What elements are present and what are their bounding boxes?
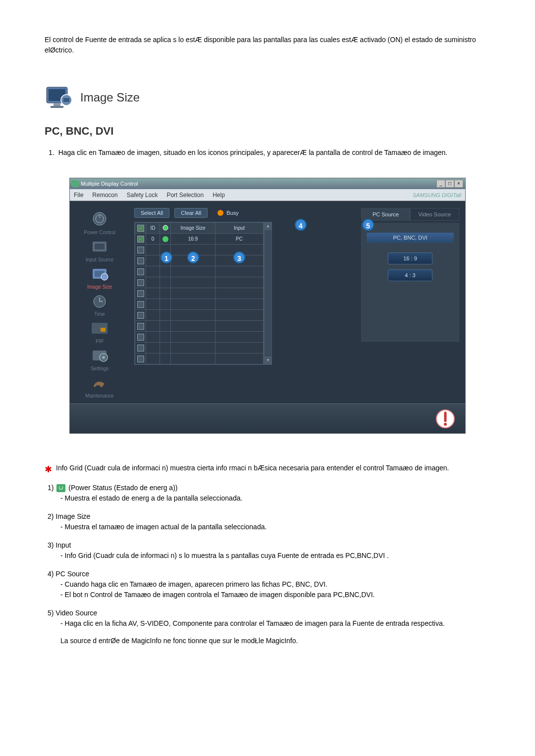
- scrollbar[interactable]: ▲ ▼: [264, 222, 272, 365]
- clear-all-button[interactable]: Clear All: [174, 208, 208, 218]
- doc-item-5: 5) Video Source - Haga clic en la ficha …: [48, 608, 490, 629]
- cell-input: PC: [215, 234, 264, 245]
- sidebar-label: Input Source: [72, 257, 127, 262]
- star-icon: ✱: [45, 463, 52, 476]
- sidebar-label: Image Size: [72, 284, 127, 290]
- item-num: 1): [48, 484, 54, 492]
- header-status: [160, 223, 171, 234]
- item-sub: - Haga clic en la ficha AV, S-VIDEO, Com…: [60, 618, 490, 629]
- power-icon: [89, 211, 110, 229]
- table-row: [135, 310, 264, 321]
- annotation-5: 5: [362, 219, 374, 231]
- sidebar-item-time[interactable]: Time: [72, 293, 127, 317]
- image-size-icon: [89, 265, 110, 283]
- item-sub: - El bot n Control de Tamaæo de imagen c…: [60, 590, 490, 600]
- cell-image-size: 16:9: [171, 234, 215, 245]
- row-checkbox[interactable]: [137, 236, 144, 243]
- doc-item-3: 3) Input - Info Grid (Cuadr cula de info…: [48, 540, 490, 561]
- ratio-4-3-button[interactable]: 4 : 3: [388, 269, 432, 281]
- menu-file[interactable]: File: [74, 192, 83, 199]
- header-id: ID: [146, 223, 160, 234]
- header-image-size: Image Size: [171, 223, 215, 234]
- menu-safety-lock[interactable]: Safety Lock: [127, 192, 158, 199]
- svg-point-13: [101, 273, 108, 280]
- sidebar-item-settings[interactable]: Settings: [72, 347, 127, 371]
- right-panel: PC Source Video Source PC, BNC, DVI 16 :…: [361, 201, 465, 403]
- item-sub: - Muestra el estado de energ a de la pan…: [60, 493, 490, 504]
- busy-label: Busy: [226, 210, 238, 216]
- sidebar: Power Control Input Source Image Size Ti…: [70, 201, 129, 403]
- table-row: [135, 266, 264, 277]
- annotation-3: 3: [233, 252, 245, 263]
- sidebar-item-power-control[interactable]: Power Control: [72, 211, 127, 235]
- cell-id: 0: [146, 234, 160, 245]
- settings-icon: [89, 347, 110, 365]
- item-title: PC Source: [55, 570, 89, 578]
- brand-label: SAMSUNG DIGITall: [413, 192, 461, 198]
- table-row: [135, 321, 264, 332]
- minimize-button[interactable]: _: [436, 180, 445, 188]
- close-button[interactable]: ×: [454, 180, 463, 188]
- scroll-up-button[interactable]: ▲: [265, 222, 271, 230]
- table-row[interactable]: 0 16:9 PC: [135, 234, 264, 245]
- sidebar-label: PIP: [72, 339, 127, 344]
- item-num: 3): [48, 541, 54, 549]
- item-title: Input: [55, 541, 71, 549]
- svg-rect-18: [101, 328, 106, 332]
- sidebar-item-maintenance[interactable]: Maintenance: [72, 374, 127, 399]
- ratio-16-9-button[interactable]: 16 : 9: [388, 252, 432, 264]
- numbered-step: 1. Haga clic en Tamaæo de imagen, situad…: [49, 148, 490, 158]
- header-checkbox[interactable]: [135, 223, 146, 234]
- info-grid: ID Image Size Input 0 16:9 PC: [134, 222, 264, 365]
- svg-rect-3: [51, 106, 63, 108]
- menu-remocon[interactable]: Remocon: [92, 192, 117, 199]
- source-label: PC, BNC, DVI: [367, 233, 454, 243]
- svg-point-26: [444, 423, 447, 426]
- item-title: Video Source: [55, 609, 97, 617]
- item-title: (Power Status (Estado de energ a)): [68, 484, 177, 492]
- warning-icon: [435, 409, 455, 429]
- item-sub: - Muestra el tamaæo de imagen actual de …: [60, 522, 490, 532]
- pip-icon: [89, 320, 110, 338]
- menu-help[interactable]: Help: [213, 192, 225, 199]
- menubar: File Remocon Safety Lock Port Selection …: [70, 189, 465, 201]
- sidebar-item-image-size[interactable]: Image Size: [72, 265, 127, 290]
- table-row: [135, 332, 264, 343]
- menu-port-selection[interactable]: Port Selection: [166, 192, 204, 199]
- header-input: Input: [215, 223, 264, 234]
- intro-text: El control de Fuente de entrada se aplic…: [45, 35, 490, 55]
- footer-bar: [70, 403, 465, 433]
- step-text: Haga clic en Tamaæo de imagen, situado e…: [58, 148, 448, 158]
- tab-video-source[interactable]: Video Source: [410, 208, 459, 221]
- sidebar-label: Settings: [72, 366, 127, 371]
- annotation-4: 4: [295, 219, 307, 231]
- maximize-button[interactable]: □: [445, 180, 454, 188]
- svg-point-21: [102, 356, 105, 359]
- item-sub: - Info Grid (Cuadr cula de informaci n) …: [60, 551, 490, 561]
- star-note-text: Info Grid (Cuadr cula de informaci n) mu…: [56, 463, 449, 476]
- sidebar-item-input-source[interactable]: Input Source: [72, 238, 127, 262]
- titlebar: Multiple Display Control _ □ ×: [70, 178, 465, 189]
- doc-item-4: 4) PC Source - Cuando haga clic en Tamaæ…: [48, 569, 490, 600]
- window-title: Multiple Display Control: [81, 181, 138, 187]
- subtitle: PC, BNC, DVI: [45, 125, 490, 138]
- select-all-button[interactable]: Select All: [134, 208, 169, 218]
- status-dot-icon: [162, 236, 168, 242]
- svg-rect-5: [63, 98, 69, 102]
- item-num: 5): [48, 609, 54, 617]
- item-num: 2): [48, 512, 54, 520]
- app-window: Multiple Display Control _ □ × File Remo…: [69, 178, 466, 434]
- section-header: Image Size: [45, 85, 490, 110]
- maintenance-icon: [89, 374, 110, 392]
- scroll-down-button[interactable]: ▼: [265, 356, 271, 364]
- step-number: 1.: [49, 148, 54, 158]
- final-note: La source d entrØe de MagicInfo ne fonc …: [60, 637, 490, 645]
- table-row: [135, 288, 264, 299]
- sidebar-item-pip[interactable]: PIP: [72, 320, 127, 344]
- item-title: Image Size: [55, 512, 90, 520]
- doc-item-1: 1) (Power Status (Estado de energ a)) - …: [48, 483, 490, 504]
- star-note: ✱ Info Grid (Cuadr cula de informaci n) …: [45, 463, 490, 476]
- time-icon: [89, 293, 110, 310]
- sidebar-label: Maintenance: [72, 393, 127, 399]
- busy-dot-icon: [217, 210, 223, 216]
